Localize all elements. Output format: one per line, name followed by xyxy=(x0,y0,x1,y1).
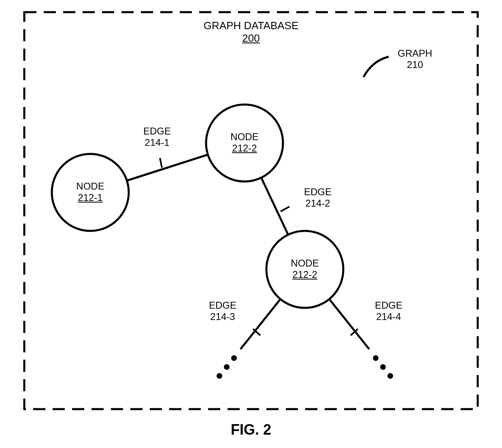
node-id: 212-2 xyxy=(281,269,329,280)
edge-tick-1 xyxy=(160,158,162,168)
edge-id: 214-4 xyxy=(364,311,413,322)
graph-indicator-id: 210 xyxy=(391,59,439,70)
database-title-label: GRAPH DATABASE xyxy=(186,19,316,32)
edge-line-2 xyxy=(261,177,288,235)
node-text-2: NODE 212-2 xyxy=(220,131,269,154)
continuation-dot xyxy=(373,355,379,361)
continuation-dot xyxy=(224,364,230,370)
graph-indicator-arc xyxy=(364,57,389,77)
figure-label: FIG. 2 xyxy=(0,421,502,438)
diagram-canvas: GRAPH DATABASE 200 GRAPH 210 NODE 212-1 … xyxy=(0,0,502,448)
database-title: GRAPH DATABASE 200 xyxy=(186,19,316,45)
edge-label: EDGE xyxy=(198,300,247,311)
edge-tick-2 xyxy=(281,207,289,211)
edge-id: 214-2 xyxy=(294,198,342,209)
continuation-dot xyxy=(387,373,393,379)
continuation-dot xyxy=(231,355,237,361)
node-id: 212-2 xyxy=(220,143,269,154)
edge-label: EDGE xyxy=(294,186,342,198)
graph-indicator-text: GRAPH 210 xyxy=(391,48,439,70)
edge-label: EDGE xyxy=(364,300,413,311)
node-label: NODE xyxy=(281,258,329,269)
edge-id: 214-3 xyxy=(198,311,247,322)
node-id: 212-1 xyxy=(66,192,115,203)
continuation-dot xyxy=(380,364,386,370)
node-text-1: NODE 212-1 xyxy=(66,181,115,203)
edge-line-4 xyxy=(329,299,369,349)
edge-text-3: EDGE 214-3 xyxy=(198,300,247,322)
node-label: NODE xyxy=(66,181,115,192)
database-title-id: 200 xyxy=(186,32,316,45)
edge-text-4: EDGE 214-4 xyxy=(364,300,413,322)
edge-label: EDGE xyxy=(133,126,181,137)
node-text-3: NODE 212-2 xyxy=(281,258,329,280)
graph-indicator-label: GRAPH xyxy=(391,48,439,59)
edge-id: 214-1 xyxy=(133,137,181,148)
edge-text-1: EDGE 214-1 xyxy=(133,126,181,148)
edge-line-1 xyxy=(127,155,208,181)
node-label: NODE xyxy=(220,131,269,143)
continuation-dot xyxy=(217,373,222,379)
edge-text-2: EDGE 214-2 xyxy=(294,186,342,209)
